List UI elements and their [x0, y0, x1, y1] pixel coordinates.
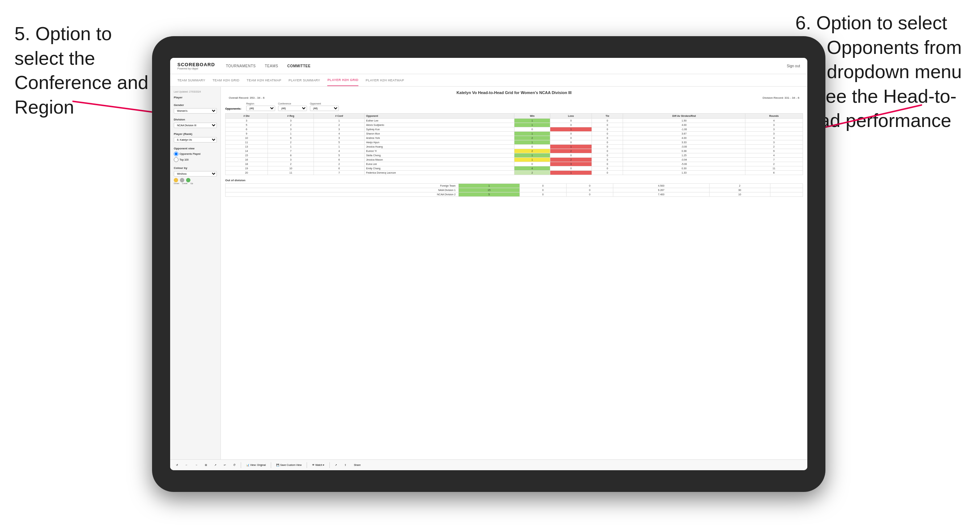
- overall-record: Overall Record: 353 - 34 - 6: [229, 96, 265, 100]
- sub-nav-team-h2h-heatmap[interactable]: TEAM H2H HEATMAP: [247, 75, 281, 86]
- table-row: 16 3 6 Jessica Mason 1 2 0 -0.94 7: [226, 158, 803, 162]
- table-row: 11 2 5 Heejo Hyun 1 0 0 3.33 3: [226, 140, 803, 145]
- col-rounds: Rounds: [745, 114, 803, 119]
- toolbar-undo[interactable]: ↺: [174, 463, 180, 467]
- filter-row: Opponents: Region (All) Conference (All): [225, 102, 803, 111]
- records-row: Overall Record: 353 - 34 - 6 Division Re…: [225, 96, 803, 100]
- opponent-filter-group: Opponent (All): [310, 102, 339, 111]
- toolbar-share-expand[interactable]: ↗: [333, 463, 339, 467]
- col-conf: # Conf: [314, 114, 364, 119]
- colour-labels: Down Level Up: [174, 182, 217, 184]
- toolbar-upload[interactable]: ⇪: [342, 463, 348, 467]
- opponent-view-section: Opponent view Opponents Played Top 100: [174, 147, 217, 162]
- toolbar-view-original[interactable]: 📊 View: Original: [244, 463, 268, 467]
- gender-section: Gender Women's: [174, 103, 217, 114]
- radio-top-100[interactable]: Top 100: [174, 157, 217, 162]
- opponent-view-label: Opponent view: [174, 147, 217, 150]
- sub-nav-team-h2h-grid[interactable]: TEAM H2H GRID: [213, 75, 239, 86]
- separator-1: [241, 462, 241, 468]
- toolbar-share[interactable]: Share: [352, 463, 363, 467]
- toolbar-forward[interactable]: →: [193, 463, 200, 467]
- sub-nav-player-h2h-heatmap[interactable]: PLAYER H2H HEATMAP: [366, 75, 404, 86]
- colour-dots: [174, 178, 217, 182]
- region-filter-label: Region: [246, 102, 275, 105]
- col-loss: Loss: [550, 114, 592, 119]
- main-content: Last Updated: 27/03/2024 Player Gender W…: [170, 87, 807, 459]
- nav-committee[interactable]: COMMITTEE: [287, 64, 310, 68]
- toolbar-watch[interactable]: 👁 Watch ▾: [310, 463, 326, 467]
- col-opponent: Opponent: [364, 114, 514, 119]
- separator-2: [271, 462, 271, 468]
- nav-tournaments[interactable]: TOURNAMENTS: [226, 64, 256, 68]
- h2h-table: # Div # Reg # Conf Opponent Win Loss Tie…: [225, 113, 803, 175]
- toolbar-reset[interactable]: ↩: [221, 463, 228, 467]
- region-filter-group: Region (All): [246, 102, 275, 111]
- toolbar-save-custom[interactable]: 💾 Save Custom View: [274, 463, 304, 467]
- conference-filter-group: Conference (All): [278, 102, 307, 111]
- left-panel: Last Updated: 27/03/2024 Player Gender W…: [170, 87, 221, 459]
- player-rank-dropdown[interactable]: 8. Katelyn Vo: [174, 137, 217, 143]
- level-dot: [180, 178, 184, 182]
- gender-dropdown[interactable]: Women's: [174, 108, 217, 114]
- logo-text: SCOREBOARD: [177, 62, 215, 67]
- out-of-division-row: Foreign Team 1 0 0 4.500 2: [226, 184, 803, 188]
- conference-filter-select[interactable]: (All): [278, 106, 307, 111]
- out-of-division-row: NAIA Division 1 15 0 0 9.267 30: [226, 188, 803, 192]
- sub-nav-player-summary[interactable]: PLAYER SUMMARY: [288, 75, 320, 86]
- opponent-filter-label: Opponent: [310, 102, 339, 105]
- toolbar-back[interactable]: ←: [183, 463, 190, 467]
- table-row: 6 3 3 Sydney Kuo 0 1 0 -1.00 3: [226, 127, 803, 132]
- toolbar-time[interactable]: ⏱: [231, 463, 238, 467]
- colour-by-dropdown[interactable]: Win/loss: [174, 171, 217, 176]
- out-of-division-table: Foreign Team 1 0 0 4.500 2 NAIA Division…: [225, 183, 803, 197]
- annotation-left: 5. Option to select the Conference and R…: [14, 22, 152, 119]
- colour-by-label: Colour by: [174, 167, 217, 170]
- sub-nav: TEAM SUMMARY TEAM H2H GRID TEAM H2H HEAT…: [170, 74, 807, 87]
- division-dropdown[interactable]: NCAA Division III: [174, 122, 217, 128]
- last-updated: Last Updated: 27/03/2024: [174, 90, 217, 93]
- player-rank-section: Player (Rank) 8. Katelyn Vo: [174, 132, 217, 143]
- region-filter-select[interactable]: (All): [246, 106, 275, 111]
- out-of-division-row: NCAA Division 2 5 0 0 7.400 10: [226, 192, 803, 197]
- division-record: Division Record: 331 - 34 - 6: [763, 96, 799, 100]
- col-div: # Div: [226, 114, 268, 119]
- table-row: 19 10 6 Emily Chang 4 0 0 0.30 11: [226, 167, 803, 171]
- radio-opponents-played[interactable]: Opponents Played: [174, 152, 217, 156]
- toolbar-expand[interactable]: ↗: [212, 463, 219, 467]
- col-win: Win: [514, 114, 550, 119]
- logo-sub: Powered by clippd: [177, 67, 215, 70]
- player-rank-label: Player (Rank): [174, 132, 217, 136]
- sign-out-link[interactable]: Sign out: [787, 64, 800, 68]
- out-of-division-header: Out of division: [225, 179, 803, 182]
- table-row: 14 7 4 Eunice Yi 2 2 0 0.38 9: [226, 149, 803, 153]
- table-row: 10 6 3 Andrea York 2 0 0 4.00 4: [226, 136, 803, 140]
- col-diff: Diff Av Strokes/Rnd: [623, 114, 745, 119]
- top-nav: SCOREBOARD Powered by clippd TOURNAMENTS…: [170, 58, 807, 74]
- table-row: 15 8 5 Stella Cheng 1 0 0 1.25 4: [226, 153, 803, 158]
- table-row: 20 11 7 Federica Domecq Lacroze 2 1 0 1.…: [226, 171, 803, 175]
- player-section: Player: [174, 96, 217, 99]
- gender-label: Gender: [174, 103, 217, 107]
- toolbar-grid[interactable]: ⊞: [203, 463, 209, 467]
- table-row: 18 2 2 Euna Lee 0 3 0 -5.00 2: [226, 162, 803, 167]
- bottom-toolbar: ↺ ← → ⊞ ↗ ↩ ⏱ 📊 View: Original 💾 Save Cu…: [170, 459, 807, 470]
- sub-nav-player-h2h-grid[interactable]: PLAYER H2H GRID: [327, 75, 358, 86]
- separator-4: [329, 462, 330, 468]
- conference-filter-label: Conference: [278, 102, 307, 105]
- table-row: 3 3 1 Esther Lee 1 0 0 1.50 4: [226, 119, 803, 123]
- nav-items: TOURNAMENTS TEAMS COMMITTEE: [226, 64, 787, 68]
- sub-nav-team-summary[interactable]: TEAM SUMMARY: [177, 75, 205, 86]
- table-header-row: # Div # Reg # Conf Opponent Win Loss Tie…: [226, 114, 803, 119]
- tablet-device: SCOREBOARD Powered by clippd TOURNAMENTS…: [152, 36, 826, 492]
- down-dot: [174, 178, 178, 182]
- opponent-filter-select[interactable]: (All): [310, 106, 339, 111]
- player-label: Player: [174, 96, 217, 99]
- division-label: Division: [174, 118, 217, 121]
- grid-panel: Katelyn Vo Head-to-Head Grid for Women's…: [221, 87, 807, 459]
- grid-title: Katelyn Vo Head-to-Head Grid for Women's…: [225, 90, 803, 95]
- tablet-screen: SCOREBOARD Powered by clippd TOURNAMENTS…: [170, 58, 807, 470]
- nav-teams[interactable]: TEAMS: [265, 64, 278, 68]
- col-tie: Tie: [592, 114, 623, 119]
- opponent-view-radio-group: Opponents Played Top 100: [174, 152, 217, 162]
- table-row: 9 1 4 Sharon Mun 1 0 0 3.67 3: [226, 132, 803, 136]
